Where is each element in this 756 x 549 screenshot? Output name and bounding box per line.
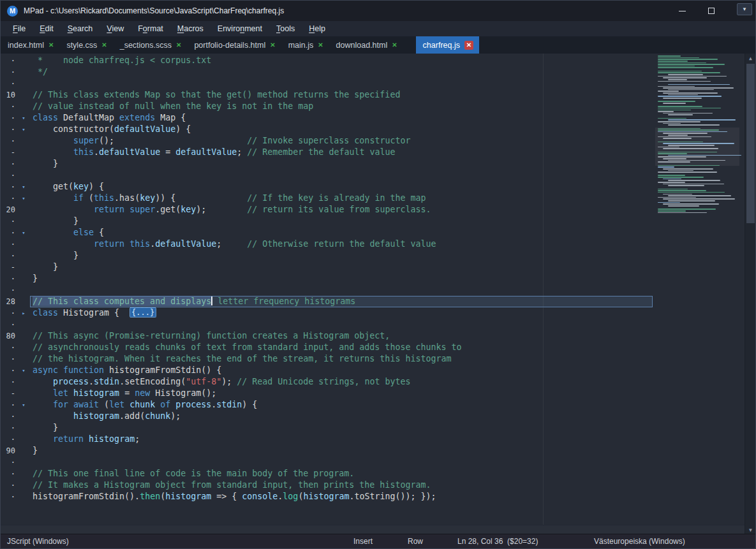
editor-line[interactable]: ·// value instead of null when the key i… [1, 101, 653, 112]
code-token: of [160, 400, 170, 409]
editor-line[interactable]: · [1, 319, 653, 330]
code-token [33, 400, 53, 409]
code-token [33, 205, 94, 214]
fold-spacer [17, 158, 30, 170]
tab-close-icon[interactable]: ✕ [392, 41, 397, 49]
fold-spacer [17, 468, 30, 479]
scroll-up-button[interactable]: ▲ [745, 54, 755, 63]
minimap-line [658, 67, 713, 68]
editor-line[interactable]: 90} [1, 445, 653, 457]
editor-line[interactable]: ·▾ get(key) { [1, 181, 653, 193]
menu-view[interactable]: View [100, 22, 131, 35]
editor-line[interactable]: ·// It makes a Histogram object from sta… [1, 479, 653, 491]
code-text: if (this.has(key)) { // If the key is al… [30, 193, 653, 204]
minimap-line [655, 82, 739, 84]
fold-open-icon[interactable]: ▾ [17, 399, 30, 411]
gutter-line-number: · [1, 411, 17, 422]
editor-line[interactable]: · return histogram; [1, 434, 653, 445]
editor-line[interactable]: · super(); // Invoke superclass construc… [1, 135, 653, 147]
code-token: Histogram { [58, 308, 130, 318]
editor-line[interactable]: - this.defaultValue = defaultValue; // R… [1, 147, 653, 158]
editor-line[interactable]: · } [1, 216, 653, 227]
menu-macros[interactable]: Macros [170, 22, 211, 35]
editor-line[interactable]: 28// This class computes and displays le… [1, 296, 653, 307]
menu-tools[interactable]: Tools [269, 22, 302, 35]
fold-collapsed-icon[interactable]: ▸ [17, 307, 30, 319]
code-editor[interactable]: · * node charfreq.js < corpus.txt· */·10… [1, 54, 755, 535]
editor-line[interactable]: 80// This async (Promise-returning) func… [1, 330, 653, 342]
menu-format[interactable]: Format [131, 22, 170, 35]
editor-line[interactable]: ·// This one final line of code is the m… [1, 468, 653, 479]
editor-line[interactable]: ·▾ for await (let chunk of process.stdin… [1, 399, 653, 411]
fold-open-icon[interactable]: ▾ [17, 227, 30, 238]
editor-line[interactable]: ·▾ constructor(defaultValue) { [1, 124, 653, 135]
gutter-line-number: · [1, 457, 17, 468]
editor-line[interactable]: · */ [1, 66, 653, 78]
editor-line[interactable]: - let histogram = new Histogram(); [1, 388, 653, 399]
fold-open-icon[interactable]: ▾ [17, 112, 30, 124]
editor-line[interactable]: · [1, 457, 653, 468]
editor-line[interactable]: ·▾ else { [1, 227, 653, 238]
editor-line[interactable]: - } [1, 261, 653, 273]
fold-open-icon[interactable]: ▾ [17, 124, 30, 135]
maximize-button[interactable] [697, 1, 726, 21]
editor-line[interactable]: · return this.defaultValue; // Otherwise… [1, 238, 653, 250]
code-token [33, 147, 73, 157]
menu-environment[interactable]: Environment [211, 22, 269, 35]
fold-open-icon[interactable]: ▾ [17, 181, 30, 193]
editor-line[interactable]: · [1, 170, 653, 181]
minimap-line [663, 98, 702, 99]
menu-search[interactable]: Search [61, 22, 100, 35]
tab-main-js[interactable]: main.js✕ [281, 36, 329, 54]
editor-line[interactable]: · } [1, 158, 653, 170]
editor-line[interactable]: · [1, 284, 653, 296]
tab-close-icon[interactable]: ✕ [101, 41, 107, 49]
editor-line[interactable]: ·// the histogram. When it reaches the e… [1, 353, 653, 365]
gutter-line-number: · [1, 238, 17, 250]
menu-file[interactable]: File [6, 22, 33, 35]
editor-line[interactable]: ·▾class DefaultMap extends Map { [1, 112, 653, 124]
editor-line[interactable]: ·▸class Histogram { {...} [1, 307, 653, 319]
tab-close-icon[interactable]: ✕ [176, 41, 181, 49]
minimap-line [668, 195, 731, 196]
tab-download-html[interactable]: download.html✕ [329, 36, 403, 54]
tab-portfolio-details-html[interactable]: portfolio-details.html✕ [187, 36, 281, 54]
scrollbar-thumb[interactable] [746, 64, 755, 223]
tab-close-icon[interactable]: ✕ [318, 41, 323, 49]
tab-close-icon[interactable]: ✕ [464, 41, 473, 50]
tab-close-icon[interactable]: ✕ [48, 41, 54, 49]
minimize-button[interactable] [667, 1, 697, 21]
editor-line[interactable]: · } [1, 422, 653, 434]
editor-line[interactable]: ·▾ if (this.has(key)) { // If the key is… [1, 193, 653, 204]
tab-style-css[interactable]: style.css✕ [59, 36, 112, 54]
editor-line[interactable]: · [1, 78, 653, 89]
fold-spacer [17, 330, 30, 342]
fold-spacer [17, 78, 30, 89]
tab-charfreq-js[interactable]: charfreq.js✕ [416, 36, 479, 54]
minimap-viewport[interactable] [655, 128, 739, 166]
editor-line[interactable]: · } [1, 250, 653, 261]
editor-line[interactable]: ·▾async function histogramFromStdin() { [1, 365, 653, 376]
editor-line[interactable]: 20 return super.get(key); // return its … [1, 204, 653, 216]
code-token [68, 388, 73, 398]
tab-close-icon[interactable]: ✕ [270, 41, 275, 49]
tab-index-html[interactable]: index.html✕ [1, 36, 59, 54]
editor-line[interactable]: 10// This class extends Map so that the … [1, 89, 653, 101]
tab-sections-scss[interactable]: _sections.scss✕ [113, 36, 188, 54]
editor-line[interactable]: · * node charfreq.js < corpus.txt [1, 55, 653, 66]
fold-open-icon[interactable]: ▾ [17, 193, 30, 204]
editor-line[interactable]: ·histogramFromStdin().then(histogram => … [1, 491, 653, 502]
editor-line[interactable]: ·} [1, 273, 653, 284]
menu-help[interactable]: Help [302, 22, 332, 35]
editor-line[interactable]: ·// asynchronously reads chunks of text … [1, 342, 653, 353]
minimap[interactable] [655, 54, 739, 218]
fold-spacer [17, 296, 30, 307]
editor-line[interactable]: · process.stdin.setEncoding("utf-8"); //… [1, 376, 653, 388]
editor-line[interactable]: · histogram.add(chunk); [1, 411, 653, 422]
fold-open-icon[interactable]: ▾ [17, 365, 30, 376]
tab-overflow-button[interactable]: ▼ [737, 3, 752, 15]
menu-edit[interactable]: Edit [33, 22, 61, 35]
minimap-line [668, 89, 714, 91]
folded-code-placeholder[interactable]: {...} [130, 307, 156, 318]
vertical-scrollbar[interactable]: ▲ ▼ [745, 54, 755, 535]
